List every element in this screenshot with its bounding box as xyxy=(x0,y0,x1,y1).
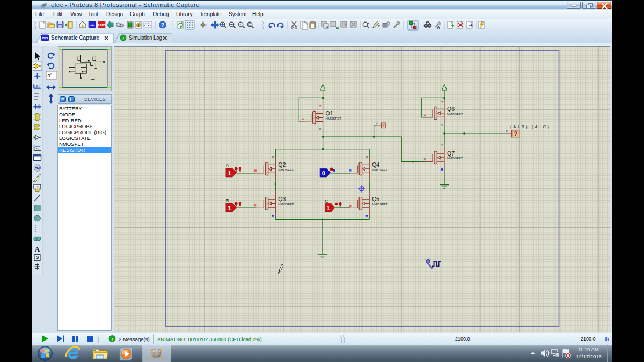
svg-text:A: A xyxy=(437,25,440,30)
svg-text:NMOSFET: NMOSFET xyxy=(278,203,294,206)
svg-text:?: ? xyxy=(161,22,164,28)
svg-text:1: 1 xyxy=(327,205,330,211)
svg-text:Simulation Log: Simulation Log xyxy=(129,35,162,41)
svg-text:Q5: Q5 xyxy=(372,196,379,202)
svg-text:NMOSFET: NMOSFET xyxy=(326,117,342,120)
svg-text:Q6: Q6 xyxy=(447,106,455,112)
svg-text:0: 0 xyxy=(322,170,325,176)
svg-text:LBL: LBL xyxy=(34,85,41,88)
svg-text:?: ? xyxy=(514,130,517,137)
svg-text:A: A xyxy=(226,162,230,168)
svg-text:11:19 AM: 11:19 AM xyxy=(577,346,599,352)
svg-text:1: 1 xyxy=(228,170,231,176)
svg-text:Q4: Q4 xyxy=(372,161,379,168)
svg-text:S: S xyxy=(36,255,39,260)
svg-text:1: 1 xyxy=(228,205,231,211)
svg-text:NMOSFET: NMOSFET xyxy=(447,157,463,160)
svg-text:NMOSFET: NMOSFET xyxy=(278,168,294,172)
svg-text:Q2: Q2 xyxy=(278,161,286,168)
svg-text:12/17/2016: 12/17/2016 xyxy=(576,353,602,359)
svg-text:Q1: Q1 xyxy=(326,110,333,116)
svg-text:0°: 0° xyxy=(48,73,53,78)
svg-text:A: A xyxy=(35,245,40,253)
svg-text:NMOSFET: NMOSFET xyxy=(447,113,463,116)
svg-text:ARES: ARES xyxy=(98,24,106,27)
svg-text:C: C xyxy=(325,198,328,204)
svg-text:NMOSFET: NMOSFET xyxy=(372,168,388,172)
svg-text:$: $ xyxy=(137,24,140,28)
svg-text:Q3: Q3 xyxy=(278,196,286,202)
svg-text:?: ? xyxy=(383,124,385,128)
svg-text:Schematic Capture: Schematic Capture xyxy=(51,35,99,41)
svg-text:ISIS: ISIS xyxy=(42,36,48,40)
svg-text:NMOSFET: NMOSFET xyxy=(372,203,388,206)
svg-text:Q7: Q7 xyxy=(447,150,455,157)
svg-text:isis: isis xyxy=(89,24,95,27)
svg-text:( A + B ) . ( A + C ): ( A + B ) . ( A + C ) xyxy=(510,124,550,129)
svg-text:B: B xyxy=(226,197,229,203)
